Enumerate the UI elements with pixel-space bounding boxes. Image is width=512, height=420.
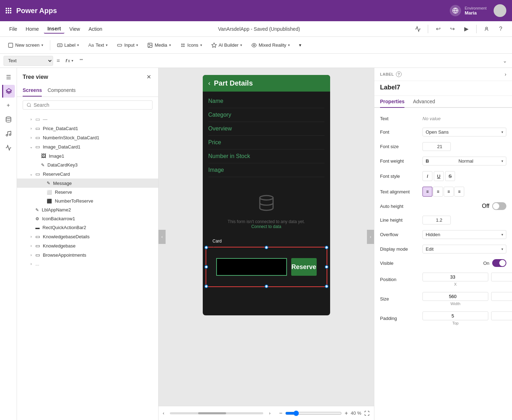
list-item[interactable]: › ▭ —: [17, 115, 158, 124]
list-item-number-datacard[interactable]: › ▭ NumberInStock_DataCard1: [17, 133, 158, 142]
text-button[interactable]: Aa Text ▾: [85, 41, 111, 49]
sidebar-settings-icon[interactable]: [2, 141, 15, 154]
list-item-knowledgebasedetails[interactable]: › ▭ KnowledgebaseDetails: [17, 232, 158, 241]
scroll-right-arrow[interactable]: ›: [269, 410, 270, 416]
zoom-minus-button[interactable]: −: [279, 410, 282, 416]
prop-fontsize-input[interactable]: [422, 142, 451, 151]
align-justify-button[interactable]: ≡: [454, 187, 464, 197]
prop-y-input[interactable]: [491, 273, 512, 281]
align-center-button[interactable]: ≡: [433, 187, 443, 197]
more-button[interactable]: ▾: [295, 41, 305, 49]
align-left-button[interactable]: ≡: [422, 187, 432, 197]
fx-button[interactable]: fx ▾: [63, 57, 75, 64]
sidebar-add-icon[interactable]: +: [2, 99, 15, 112]
new-screen-button[interactable]: New screen ▾: [4, 41, 47, 49]
prop-displaymode-value[interactable]: Edit ▾: [422, 245, 506, 253]
waffle-icon[interactable]: [6, 8, 11, 13]
undo-icon[interactable]: ↩: [432, 23, 444, 35]
nav-category[interactable]: Category: [208, 108, 324, 122]
mixed-reality-button[interactable]: Mixed Reality ▾: [248, 41, 293, 49]
tab-screens[interactable]: Screens: [23, 84, 42, 97]
scroll-right-button[interactable]: ›: [367, 230, 374, 244]
user-icon[interactable]: [481, 23, 492, 35]
list-item-image1[interactable]: 🖼 Image1: [17, 151, 158, 161]
property-select[interactable]: Text: [4, 56, 53, 66]
nav-overview[interactable]: Overview: [208, 122, 324, 136]
prop-lineheight-input[interactable]: [422, 216, 451, 224]
prop-overflow-value[interactable]: Hidden ▾: [422, 230, 506, 239]
menu-action[interactable]: Action: [85, 25, 106, 33]
menu-home[interactable]: Home: [22, 25, 42, 33]
handle-tl: [205, 246, 208, 249]
menu-insert[interactable]: Insert: [44, 24, 64, 34]
scroll-left-button[interactable]: ‹: [159, 230, 166, 244]
formula-input[interactable]: [77, 56, 499, 66]
icons-button[interactable]: Icons ▾: [177, 41, 206, 49]
nav-number-in-stock[interactable]: Number in Stock: [208, 150, 324, 163]
zoom-plus-button[interactable]: +: [345, 410, 348, 416]
nav-name[interactable]: Name: [208, 94, 324, 108]
tab-components[interactable]: Components: [47, 84, 75, 97]
italic-button[interactable]: I: [422, 171, 432, 181]
formula-expand-button[interactable]: ⌄: [501, 57, 508, 65]
underline-button[interactable]: U: [434, 171, 444, 181]
prop-font-value[interactable]: Open Sans ▾: [422, 128, 506, 136]
list-item-iconbackarrow1[interactable]: ⚙ IconBackarrow1: [17, 214, 158, 223]
list-item-numbertoreserve[interactable]: ⬛ NumberToReserve: [17, 197, 158, 205]
list-item-partial[interactable]: › ...: [17, 259, 158, 268]
menu-file[interactable]: File: [6, 25, 21, 33]
input-button[interactable]: Input ▾: [113, 41, 142, 49]
nav-price[interactable]: Price: [208, 136, 324, 150]
sidebar-menu-icon[interactable]: ☰: [2, 71, 15, 83]
card-input-field[interactable]: [216, 258, 287, 276]
panel-properties-content: Text No value Font Open Sans ▾ Font size…: [374, 108, 512, 420]
help-circle-button[interactable]: ?: [396, 71, 402, 77]
list-item-reservecard[interactable]: ⌄ ▭ ReserveCard: [17, 169, 158, 179]
list-item-lblappname2[interactable]: ✎ LblAppName2: [17, 205, 158, 214]
label-button[interactable]: Label ▾: [53, 41, 83, 49]
media-button[interactable]: Media ▾: [144, 41, 174, 49]
list-item-datacardkey3[interactable]: ✎ DataCardKey3: [17, 161, 158, 169]
list-item-browseappointments[interactable]: › ▭ BrowseAppointments: [17, 250, 158, 259]
sidebar-database-icon[interactable]: [2, 113, 15, 126]
panel-expand-button[interactable]: ›: [505, 71, 506, 77]
nav-image[interactable]: Image: [208, 163, 324, 177]
reserve-button[interactable]: Reserve: [291, 258, 317, 276]
horizontal-scrollbar[interactable]: [170, 412, 263, 414]
list-item-image-datacard[interactable]: ⌄ ▭ Image_DataCard1: [17, 142, 158, 151]
align-right-button[interactable]: ≡: [444, 187, 454, 197]
list-item-rectquickactionbar2[interactable]: ▬ RectQuickActionBar2: [17, 223, 158, 232]
redo-icon[interactable]: ↪: [447, 23, 458, 35]
list-item-message[interactable]: ✎ Message ···: [17, 179, 158, 188]
sidebar-layers-icon[interactable]: [2, 85, 15, 98]
list-item-knowledgebase[interactable]: › ▭ Knowledgebase: [17, 241, 158, 250]
menu-view[interactable]: View: [66, 25, 84, 33]
strikethrough-button[interactable]: S: [445, 171, 455, 181]
zoom-slider[interactable]: [285, 410, 342, 416]
prop-width-input[interactable]: [422, 292, 488, 301]
prop-paddingbottom-input[interactable]: [491, 311, 512, 320]
scroll-left-arrow[interactable]: ‹: [163, 410, 164, 416]
list-item-price-datacard[interactable]: › ▭ Price_DataCard1: [17, 124, 158, 133]
play-icon[interactable]: ▶: [461, 23, 472, 35]
search-input[interactable]: [34, 102, 149, 108]
tree-close-button[interactable]: ✕: [145, 72, 153, 82]
tab-properties[interactable]: Properties: [380, 96, 404, 108]
prop-paddingtop-input[interactable]: [422, 311, 488, 320]
fit-screen-icon[interactable]: [364, 410, 370, 416]
canvas-scroll[interactable]: ‹ ‹ Part Details Name Category Overview …: [159, 68, 374, 406]
prop-fontweight-value[interactable]: B Normal ▾: [422, 157, 506, 165]
auto-height-switch[interactable]: [492, 202, 506, 210]
sidebar-media-icon[interactable]: [2, 127, 15, 140]
visible-switch[interactable]: [492, 259, 506, 267]
empty-state-link[interactable]: Connect to data: [251, 224, 281, 229]
prop-height-input[interactable]: [491, 292, 512, 301]
health-icon[interactable]: [412, 23, 424, 35]
ai-builder-button[interactable]: AI Builder ▾: [208, 41, 246, 49]
list-item-reserve[interactable]: ⬜ Reserve: [17, 188, 158, 197]
user-avatar[interactable]: [494, 4, 506, 17]
back-arrow-icon[interactable]: ‹: [208, 80, 211, 87]
help-icon[interactable]: ?: [495, 23, 506, 35]
prop-x-input[interactable]: [422, 273, 488, 281]
tab-advanced[interactable]: Advanced: [413, 96, 435, 108]
